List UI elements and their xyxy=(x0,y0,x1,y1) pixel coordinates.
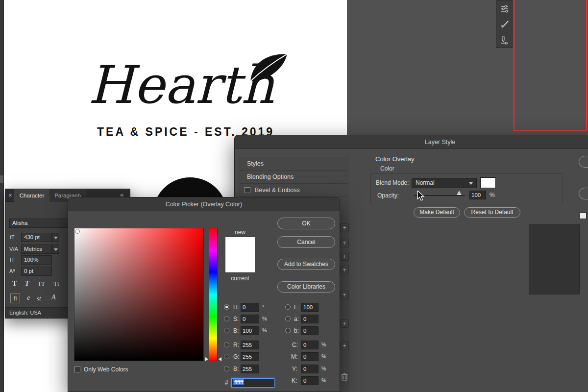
plus-icon: + xyxy=(343,267,346,273)
only-web-colors-checkbox[interactable] xyxy=(74,367,80,372)
font-size-dropdown[interactable] xyxy=(52,233,59,242)
kerning-field[interactable]: Metrics xyxy=(21,245,52,254)
effect-add-button[interactable]: + xyxy=(340,239,349,247)
b-radio[interactable] xyxy=(285,328,291,333)
styles-list-item[interactable]: Styles xyxy=(240,157,348,171)
plus-icon: + xyxy=(343,240,346,246)
opacity-slider-thumb[interactable] xyxy=(457,191,462,195)
preview-checkbox[interactable] xyxy=(580,212,587,219)
hue-slider[interactable] xyxy=(209,228,218,361)
add-to-swatches-button[interactable]: Add to Swatches xyxy=(277,259,335,270)
yellow-label: Y: xyxy=(292,366,297,372)
effect-add-button[interactable]: + xyxy=(340,291,349,299)
reset-default-button[interactable]: Reset to Default xyxy=(464,207,520,218)
a-radio[interactable] xyxy=(285,316,291,321)
plus-icon: + xyxy=(343,224,346,231)
plus-icon: + xyxy=(343,320,346,327)
brush-settings-icon[interactable] xyxy=(500,20,509,29)
hue-unit: ° xyxy=(262,304,264,310)
yellow-field[interactable]: 0 xyxy=(301,365,318,373)
stylistic-alternates-button[interactable]: A xyxy=(51,294,56,301)
effect-add-button[interactable]: + xyxy=(340,223,349,232)
a-field[interactable]: 0 xyxy=(301,315,318,323)
hue-marker-right[interactable] xyxy=(219,357,221,361)
sliders-icon[interactable] xyxy=(500,4,509,13)
discretionary-ligatures-button[interactable]: st xyxy=(37,294,41,302)
left-toolbar-strip xyxy=(0,0,4,392)
brightness-radio[interactable] xyxy=(224,328,229,333)
effect-add-button[interactable]: + xyxy=(340,266,349,274)
color-picker-titlebar[interactable]: Color Picker (Overlay Color) xyxy=(68,197,340,211)
cyan-label: C: xyxy=(292,342,298,348)
red-field[interactable]: 255 xyxy=(241,341,259,349)
mixer-brush-icon[interactable] xyxy=(500,36,509,45)
scale-field[interactable]: 100% xyxy=(21,255,52,265)
blue-radio[interactable] xyxy=(224,366,229,371)
faux-italic-button[interactable]: T xyxy=(25,280,29,288)
kerning-dropdown[interactable] xyxy=(52,245,59,254)
styles-list-item-label: Styles xyxy=(240,160,264,167)
hue-radio[interactable] xyxy=(224,304,229,310)
ligatures-button[interactable]: fi xyxy=(10,294,20,303)
overlay-color-swatch[interactable] xyxy=(480,177,496,188)
contextual-alternates-button[interactable]: e xyxy=(27,294,30,302)
green-field[interactable]: 255 xyxy=(241,352,259,361)
effect-add-button[interactable]: + xyxy=(340,319,349,328)
chevron-down-icon xyxy=(54,248,58,251)
only-web-colors-label: Only Web Colors xyxy=(84,366,128,373)
black-field[interactable]: 0 xyxy=(301,376,318,385)
all-caps-button[interactable]: TT xyxy=(38,280,45,288)
font-size-field[interactable]: 430 pt xyxy=(21,233,52,242)
cyan-field[interactable]: 0 xyxy=(301,341,318,349)
saturation-radio[interactable] xyxy=(224,316,229,321)
ok-button[interactable]: OK xyxy=(277,218,335,229)
hex-field[interactable]: ffffff xyxy=(231,378,274,388)
plus-icon: + xyxy=(343,292,346,298)
layer-style-title: Layer Style xyxy=(235,139,588,146)
lightness-field[interactable]: 100 xyxy=(301,303,318,312)
blue-field[interactable]: 255 xyxy=(241,365,259,373)
blue-label: B: xyxy=(233,366,239,372)
brightness-field[interactable]: 100 xyxy=(241,326,259,335)
close-icon[interactable]: × xyxy=(8,192,12,199)
make-default-button[interactable]: Make Default xyxy=(414,207,460,218)
small-caps-button[interactable]: Tt xyxy=(53,280,59,288)
saturation-unit: % xyxy=(262,316,267,321)
cancel-button[interactable]: Cancel xyxy=(277,236,335,248)
cancel-button[interactable]: Cancel xyxy=(579,188,588,199)
opacity-value-field[interactable]: 100 xyxy=(469,191,486,199)
saturation-field[interactable]: 0 xyxy=(241,315,259,323)
ok-button[interactable]: OK xyxy=(579,156,588,168)
trash-icon[interactable] xyxy=(341,372,348,381)
green-radio[interactable] xyxy=(224,354,229,359)
effect-add-button[interactable]: + xyxy=(340,342,349,350)
hex-prefix: # xyxy=(225,379,228,386)
blending-options-item[interactable]: Blending Options xyxy=(240,171,348,184)
current-color-label: current xyxy=(223,275,257,282)
vertical-scale-icon: IT xyxy=(10,257,15,263)
red-radio[interactable] xyxy=(224,342,229,347)
hue-marker-left[interactable] xyxy=(205,357,208,361)
font-size-icon: tT xyxy=(10,234,15,240)
cyan-unit: % xyxy=(321,342,326,347)
blending-options-label: Blending Options xyxy=(240,173,294,180)
tab-character[interactable]: Character xyxy=(14,189,49,202)
artboard-outline xyxy=(514,0,587,131)
leaf-icon xyxy=(243,49,294,86)
blend-mode-dropdown[interactable]: Normal xyxy=(412,178,477,188)
bevel-emboss-checkbox[interactable] xyxy=(245,187,250,193)
b-label: b: xyxy=(294,327,299,334)
baseline-field[interactable]: 0 pt xyxy=(21,267,52,276)
effect-add-button[interactable]: + xyxy=(340,252,349,261)
faux-bold-button[interactable]: T xyxy=(12,280,17,288)
new-current-swatch[interactable] xyxy=(225,237,255,273)
magenta-field[interactable]: 0 xyxy=(301,352,318,361)
b-field[interactable]: 0 xyxy=(301,326,318,335)
color-field[interactable] xyxy=(74,228,204,361)
color-group-box: Blend Mode: Normal Opacity: 100 % xyxy=(370,173,563,204)
color-libraries-button[interactable]: Color Libraries xyxy=(277,281,335,293)
hue-field[interactable]: 0 xyxy=(241,303,259,312)
layer-style-titlebar[interactable]: Layer Style xyxy=(235,135,588,149)
lightness-radio[interactable] xyxy=(285,304,291,310)
bevel-emboss-item[interactable]: Bevel & Emboss xyxy=(240,184,348,197)
